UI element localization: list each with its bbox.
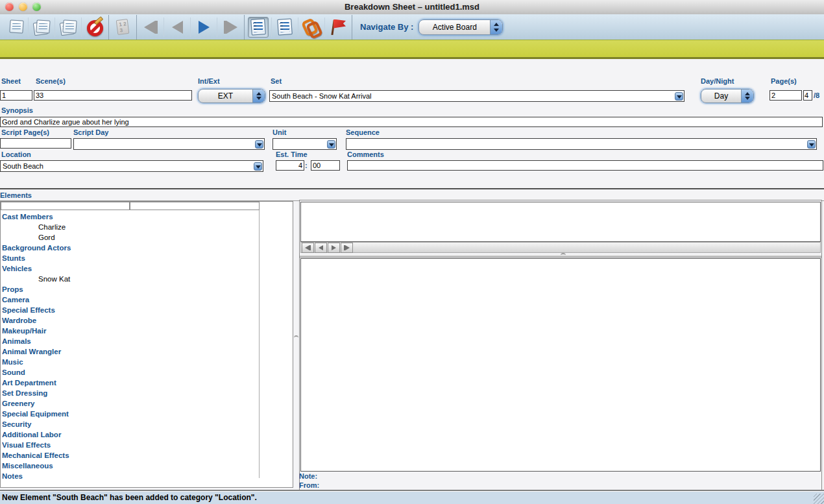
first-sheet-arrow-icon[interactable] — [138, 16, 163, 39]
element-category[interactable]: Visual Effects — [1, 440, 292, 450]
navigate-by-label: Navigate By : — [360, 22, 413, 32]
toolbar-separator — [108, 15, 109, 40]
elements-column-header-2[interactable] — [130, 202, 260, 210]
previous-sheet-arrow-icon[interactable] — [165, 16, 189, 39]
pages-eighths-input[interactable] — [803, 90, 812, 101]
sequence-combobox[interactable] — [346, 138, 817, 150]
element-category[interactable]: Camera — [1, 294, 292, 305]
element-category[interactable]: Props — [1, 284, 292, 294]
duplicate-sheets-icon[interactable] — [29, 16, 54, 39]
element-category[interactable]: Special Equipment — [1, 409, 292, 419]
location-combobox[interactable]: South Beach — [0, 160, 263, 172]
int-ext-select[interactable]: EXT — [198, 89, 265, 103]
element-category[interactable]: Notes — [1, 471, 292, 481]
est-time-minutes-input[interactable] — [311, 160, 340, 171]
dropdown-arrow-icon[interactable] — [254, 162, 262, 171]
script-pages-input[interactable] — [0, 138, 71, 149]
delete-sheet-icon[interactable] — [82, 16, 107, 39]
element-category[interactable]: Greenery — [1, 398, 292, 409]
renumber-123-icon[interactable]: 1 2 3 — [110, 16, 135, 39]
navigate-by-select[interactable]: Active Board — [418, 19, 503, 35]
boards-icon[interactable] — [273, 16, 297, 39]
toolbar-separator — [324, 18, 325, 37]
element-category[interactable]: Sound — [1, 367, 292, 378]
flag-icon[interactable] — [326, 16, 350, 39]
sequence-label: Sequence — [346, 128, 380, 136]
horizontal-splitter-grip[interactable] — [561, 253, 566, 258]
strip-color-band — [0, 40, 824, 59]
unit-combobox[interactable] — [273, 138, 337, 150]
set-combobox[interactable]: South Beach - Snow Kat Arrival — [269, 90, 685, 102]
dropdown-arrow-icon[interactable] — [255, 140, 263, 149]
window-title: Breakdown Sheet – untitled1.msd — [0, 2, 824, 12]
element-category[interactable]: Vehicles — [1, 263, 292, 274]
element-detail-top-box[interactable] — [300, 202, 821, 242]
active-board-icon[interactable] — [246, 16, 271, 39]
first-record-button[interactable] — [302, 243, 314, 253]
pages-input[interactable] — [769, 90, 802, 101]
element-category[interactable]: Set Dressing — [1, 388, 292, 398]
location-label: Location — [1, 150, 31, 158]
window-resize-grip[interactable] — [814, 494, 824, 504]
elements-column-header-1[interactable] — [1, 202, 130, 210]
toolbar-separator — [298, 18, 298, 37]
element-item[interactable]: Charlize — [1, 222, 292, 232]
scenes-input[interactable] — [34, 90, 192, 101]
next-record-button[interactable] — [328, 243, 340, 253]
link-icon[interactable] — [299, 16, 324, 39]
toolbar-separator — [271, 18, 272, 37]
element-detail-panel — [299, 200, 822, 492]
element-detail-bottom-box[interactable] — [300, 258, 821, 472]
synopsis-input[interactable] — [0, 117, 823, 127]
last-record-button[interactable] — [341, 243, 353, 253]
element-category[interactable]: Animals — [1, 336, 292, 346]
note-label: Note: — [299, 472, 317, 480]
breakdown-sheet-icon[interactable] — [3, 16, 27, 39]
from-label: From: — [299, 481, 319, 489]
breakdown-sheet-window: Breakdown Sheet – untitled1.msd 1 2 3 — [0, 0, 824, 504]
elements-header-label: Elements — [0, 191, 32, 199]
element-item[interactable]: Snow Kat — [1, 274, 292, 284]
element-nav-bar — [300, 242, 821, 253]
sheet-pages-icon[interactable] — [56, 16, 80, 39]
element-category[interactable]: Animal Wrangler — [1, 346, 292, 357]
status-bar: New Element "South Beach" has been added… — [0, 490, 824, 504]
element-category[interactable]: Stunts — [1, 253, 292, 263]
element-category[interactable]: Mechanical Effects — [1, 450, 292, 461]
title-bar[interactable]: Breakdown Sheet – untitled1.msd — [0, 0, 824, 15]
element-category[interactable]: Additional Labor — [1, 429, 292, 440]
set-value: South Beach - Snow Kat Arrival — [270, 92, 675, 100]
previous-record-button[interactable] — [315, 243, 327, 253]
element-category[interactable]: Makeup/Hair — [1, 326, 292, 336]
stepper-arrows-icon — [490, 20, 502, 34]
stepper-arrows-icon — [741, 90, 753, 102]
last-sheet-arrow-icon[interactable] — [218, 16, 243, 39]
toolbar-separator — [244, 15, 245, 40]
element-category[interactable]: Art Department — [1, 378, 292, 388]
elements-section-header: Elements — [0, 188, 824, 200]
element-category[interactable]: Cast Members — [1, 211, 292, 222]
element-category[interactable]: Special Effects — [1, 305, 292, 315]
element-category[interactable]: Music — [1, 357, 292, 367]
element-item[interactable]: Gord — [1, 232, 292, 243]
element-category[interactable]: Background Actors — [1, 243, 292, 253]
horizontal-splitter[interactable] — [300, 255, 821, 258]
pages-eighths-suffix: /8 — [814, 91, 819, 99]
dropdown-arrow-icon[interactable] — [807, 140, 816, 149]
est-time-separator: : — [305, 162, 308, 169]
script-day-combobox[interactable] — [73, 138, 265, 150]
vertical-splitter-grip[interactable] — [294, 335, 298, 341]
element-category[interactable]: Security — [1, 419, 292, 429]
est-time-hours-input[interactable] — [276, 160, 304, 171]
status-message: New Element "South Beach" has been added… — [0, 491, 824, 502]
elements-list-panel: Cast MembersCharlizeGordBackground Actor… — [0, 201, 293, 488]
next-sheet-arrow-icon[interactable] — [191, 16, 216, 39]
dropdown-arrow-icon[interactable] — [327, 140, 335, 149]
element-category[interactable]: Miscellaneous — [1, 461, 292, 471]
day-night-select[interactable]: Day — [701, 89, 754, 103]
element-category[interactable]: Wardrobe — [1, 315, 292, 326]
comments-input[interactable] — [347, 160, 823, 171]
int-ext-label: Int/Ext — [198, 77, 220, 85]
dropdown-arrow-icon[interactable] — [675, 92, 683, 101]
sheet-input[interactable] — [0, 90, 32, 101]
